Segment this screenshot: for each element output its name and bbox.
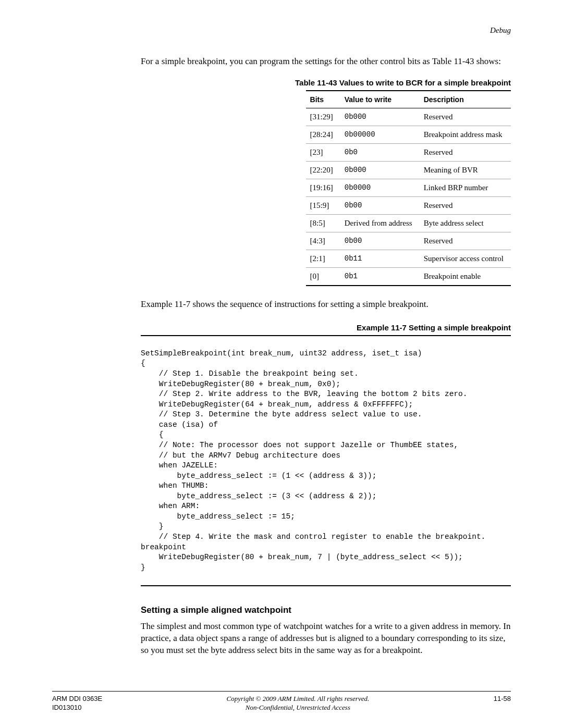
page: Debug For a simple breakpoint, you can p… <box>0 0 563 728</box>
footer-classification: Non-Confidential, Unrestricted Access <box>102 704 494 712</box>
cell-desc: Linked BRP number <box>420 179 511 196</box>
table-row: [0]0b1Breakpoint enable <box>306 267 511 286</box>
cell-value: 0b000 <box>340 108 420 126</box>
cell-bits: [23] <box>306 143 340 161</box>
cell-value: 0b000 <box>340 161 420 179</box>
cell-desc: Reserved <box>420 143 511 161</box>
cell-bits: [0] <box>306 267 340 286</box>
example-rule-top <box>141 335 511 336</box>
subsection-body: The simplest and most common type of wat… <box>141 621 511 657</box>
content-area: For a simple breakpoint, you can program… <box>141 56 511 657</box>
table-row: [31:29]0b000Reserved <box>306 108 511 126</box>
cell-bits: [8:5] <box>306 214 340 232</box>
cell-value: 0b0 <box>340 143 420 161</box>
cell-bits: [19:16] <box>306 179 340 196</box>
cell-bits: [2:1] <box>306 250 340 267</box>
cell-bits: [28:24] <box>306 126 340 143</box>
cell-value: 0b1 <box>340 267 420 286</box>
cell-desc: Breakpoint enable <box>420 267 511 286</box>
table-row: [8:5]Derived from addressByte address se… <box>306 214 511 232</box>
cell-desc: Reserved <box>420 196 511 214</box>
example-caption: Example 11-7 Setting a simple breakpoint <box>141 323 511 332</box>
intro-paragraph: For a simple breakpoint, you can program… <box>141 56 511 68</box>
cell-value: Derived from address <box>340 214 420 232</box>
subsection-heading: Setting a simple aligned watchpoint <box>141 605 511 615</box>
th-value: Value to write <box>340 91 420 108</box>
cell-desc: Supervisor access control <box>420 250 511 267</box>
footer-id: ID013010 <box>52 704 102 712</box>
cell-value: 0b11 <box>340 250 420 267</box>
footer-doc-id: ARM DDI 0363E <box>52 695 102 704</box>
header-section-label: Debug <box>52 26 511 35</box>
page-footer: ARM DDI 0363E ID013010 Copyright © 2009 … <box>52 691 511 712</box>
cell-value: 0b00000 <box>340 126 420 143</box>
th-bits: Bits <box>306 91 340 108</box>
table-row: [19:16]0b0000Linked BRP number <box>306 179 511 196</box>
example-code: SetSimpleBreakpoint(int break_num, uint3… <box>141 349 511 573</box>
cell-value: 0b00 <box>340 232 420 250</box>
cell-desc: Reserved <box>420 232 511 250</box>
footer-copyright: Copyright © 2009 ARM Limited. All rights… <box>102 695 494 704</box>
cell-bits: [4:3] <box>306 232 340 250</box>
table-row: [4:3]0b00Reserved <box>306 232 511 250</box>
footer-page-number: 11-58 <box>494 695 511 702</box>
cell-desc: Breakpoint address mask <box>420 126 511 143</box>
cell-desc: Byte address select <box>420 214 511 232</box>
bcr-table: Bits Value to write Description [31:29]0… <box>306 90 511 286</box>
table-header-row: Bits Value to write Description <box>306 91 511 108</box>
cell-value: 0b00 <box>340 196 420 214</box>
table-caption: Table 11-43 Values to write to BCR for a… <box>141 78 511 87</box>
table-row: [23]0b0Reserved <box>306 143 511 161</box>
cell-bits: [22:20] <box>306 161 340 179</box>
cell-desc: Meaning of BVR <box>420 161 511 179</box>
table-row: [2:1]0b11Supervisor access control <box>306 250 511 267</box>
footer-center: Copyright © 2009 ARM Limited. All rights… <box>102 695 494 712</box>
example-rule-bottom <box>141 585 511 586</box>
cell-bits: [15:9] <box>306 196 340 214</box>
table-row: [28:24]0b00000Breakpoint address mask <box>306 126 511 143</box>
cell-value: 0b0000 <box>340 179 420 196</box>
table-row: [15:9]0b00Reserved <box>306 196 511 214</box>
mid-paragraph: Example 11-7 shows the sequence of instr… <box>141 299 511 311</box>
table-row: [22:20]0b000Meaning of BVR <box>306 161 511 179</box>
cell-bits: [31:29] <box>306 108 340 126</box>
footer-left: ARM DDI 0363E ID013010 <box>52 695 102 712</box>
cell-desc: Reserved <box>420 108 511 126</box>
th-desc: Description <box>420 91 511 108</box>
